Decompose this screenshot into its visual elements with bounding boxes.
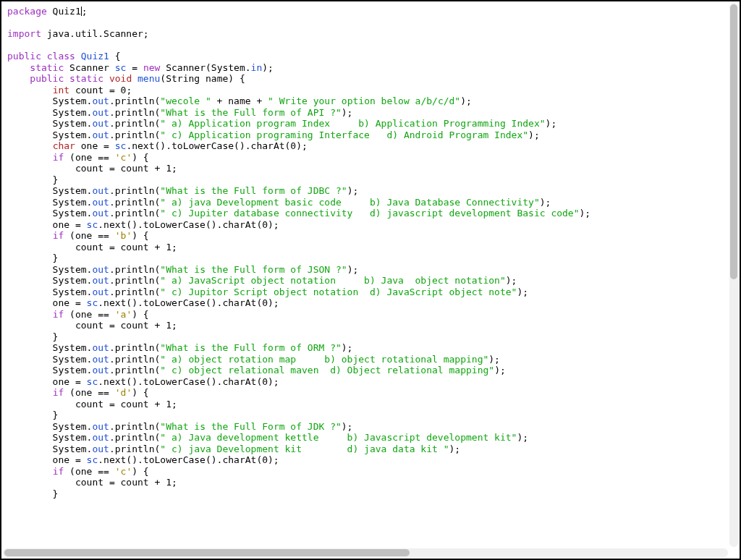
code-token: (one == [64,230,114,241]
code-token: System. [7,197,92,208]
code-token: } [7,174,58,185]
code-token: out [92,432,109,443]
code-token: out [92,96,109,106]
code-token: 'a' [115,309,132,320]
code-token: sc [87,376,98,387]
code-token: public [7,51,41,61]
code-token: Quiz1 [81,51,109,61]
code-line: System.out.println(" c) Jupitor Script o… [7,287,724,298]
code-line: if (one == 'd') { [7,387,724,399]
code-token: ); [347,264,359,275]
code-line: if (one == 'b') { [7,230,724,242]
code-token: static [30,62,64,73]
code-token: static [69,73,103,84]
code-token: } [7,488,58,499]
code-token: out [92,354,109,365]
vertical-scroll-thumb[interactable] [730,4,737,279]
code-token: if [53,387,64,398]
code-token: ); [528,130,540,140]
code-token: " a) Application program Index b) Applic… [160,118,545,129]
code-token: .println( [109,185,160,196]
code-token: ); [342,421,353,432]
vertical-scrollbar[interactable] [729,3,738,547]
code-token: out [92,365,109,376]
code-token: menu [137,73,160,84]
horizontal-scroll-thumb[interactable] [4,549,410,556]
code-token: "What is the Full form of API ?" [160,107,341,118]
code-token: } [7,253,58,263]
code-line: public static void menu(String name) { [7,73,724,85]
code-line: package Quiz1; [7,6,724,17]
code-token: public [30,73,64,84]
code-token: out [92,130,109,140]
code-token: ); [517,432,528,443]
code-token: count = count + 1; [7,320,177,331]
code-token [7,466,53,477]
code-token: " c) java Development kit d) java data k… [160,444,449,454]
code-line: } [7,174,724,186]
code-token: new [143,62,160,73]
code-token: one = [7,297,87,308]
code-token: (one == [64,387,114,398]
code-token: System. [7,208,92,219]
code-token: .println( [109,130,160,140]
code-token: out [92,208,109,219]
code-token: ); [494,365,506,376]
code-token: out [92,118,109,129]
code-token: System. [7,287,92,297]
code-line: System.out.println("What is the Full for… [7,264,724,276]
code-token: (one == [64,466,114,477]
code-token: ) { [132,309,148,320]
code-token: .next().toLowerCase().charAt(0); [126,140,307,151]
code-token [75,51,81,61]
code-line: if (one == 'c') { [7,466,724,478]
code-token: System. [7,264,92,275]
code-line: count = count + 1; [7,320,724,331]
code-line: System.out.println(" a) Application prog… [7,118,724,130]
code-line: System.out.println(" a) JavaScript objec… [7,275,724,287]
code-token: System. [7,275,92,286]
code-token [7,230,53,241]
code-token: " c) Application programing Interface d)… [160,130,528,140]
code-line: count = count + 1; [7,163,724,174]
code-token: ); [580,208,591,219]
code-token: "wecole " [160,96,211,106]
code-token: " c) Jupitor Script object notation d) J… [160,287,517,297]
code-token: void [109,73,132,84]
code-token: Scanner(System. [160,62,250,73]
code-token: out [92,197,109,208]
code-line: System.out.println(" c) object relationa… [7,365,724,376]
horizontal-scrollbar[interactable] [3,548,728,557]
code-token: .println( [109,421,160,432]
code-token: if [53,466,64,477]
code-token: 'd' [115,387,132,398]
code-token: .println( [109,275,160,286]
code-token: out [92,275,109,286]
code-token: 'c' [115,152,132,163]
code-token: ); [342,342,353,353]
code-token: " a) object rotation map b) object rotat… [160,354,488,365]
code-line: import java.util.Scanner; [7,28,724,40]
code-token: sc [87,297,98,308]
code-line [7,40,724,51]
code-line: one = sc.next().toLowerCase().charAt(0); [7,219,724,231]
code-token [41,51,47,61]
code-token: " a) Java development kettle b) Javascri… [160,432,517,443]
code-token: ) { [132,387,148,398]
code-token: System. [7,107,92,118]
code-token: " a) JavaScript object notation b) Java … [160,275,505,286]
code-token: 'b' [115,230,132,241]
code-editor[interactable]: package Quiz1; import java.util.Scanner;… [3,3,728,547]
code-token: in [251,62,263,73]
code-token: "What is the Full form of ORM ?" [160,342,341,353]
code-token: ); [546,118,557,129]
code-line: public class Quiz1 { [7,51,724,62]
code-token: ; [82,6,88,17]
code-token: Scanner [64,62,114,73]
code-token: .next().toLowerCase().charAt(0); [98,454,279,465]
code-token [7,62,30,73]
code-token [7,387,53,398]
code-token: package [7,6,47,17]
code-token: count = count + 1; [7,399,177,410]
code-token: out [92,107,109,118]
